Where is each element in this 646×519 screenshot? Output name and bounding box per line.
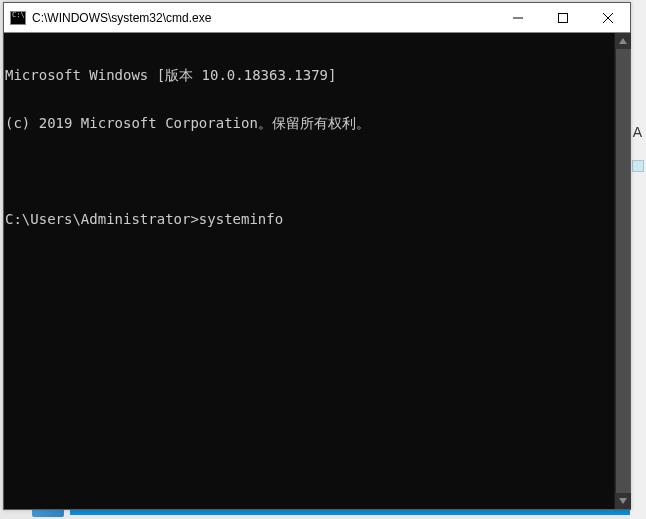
scroll-up-button[interactable] bbox=[615, 33, 631, 49]
chevron-down-icon bbox=[619, 498, 627, 504]
minimize-icon bbox=[513, 13, 523, 23]
terminal-prompt-line: C:\Users\Administrator>systeminfo bbox=[5, 211, 613, 227]
scroll-track[interactable] bbox=[615, 49, 630, 493]
maximize-icon bbox=[558, 13, 568, 23]
chevron-up-icon bbox=[619, 38, 627, 44]
titlebar[interactable]: C:\WINDOWS\system32\cmd.exe bbox=[4, 3, 630, 33]
maximize-button[interactable] bbox=[540, 3, 585, 32]
window-controls bbox=[495, 3, 630, 32]
terminal-area: Microsoft Windows [版本 10.0.18363.1379] (… bbox=[4, 33, 630, 509]
scroll-down-button[interactable] bbox=[615, 493, 631, 509]
cmd-window: C:\WINDOWS\system32\cmd.exe Micro bbox=[3, 2, 631, 510]
vertical-scrollbar[interactable] bbox=[614, 33, 630, 509]
terminal-blank-line bbox=[5, 163, 613, 179]
window-title: C:\WINDOWS\system32\cmd.exe bbox=[32, 11, 495, 25]
background-window-fragment: A bbox=[630, 0, 646, 519]
close-icon bbox=[603, 13, 613, 23]
background-letter: A bbox=[633, 124, 642, 140]
background-small-item bbox=[632, 160, 644, 172]
close-button[interactable] bbox=[585, 3, 630, 32]
cmd-icon bbox=[10, 11, 26, 25]
terminal-content[interactable]: Microsoft Windows [版本 10.0.18363.1379] (… bbox=[4, 33, 614, 509]
svg-rect-1 bbox=[558, 13, 567, 22]
terminal-output-line: (c) 2019 Microsoft Corporation。保留所有权利。 bbox=[5, 115, 613, 131]
minimize-button[interactable] bbox=[495, 3, 540, 32]
terminal-output-line: Microsoft Windows [版本 10.0.18363.1379] bbox=[5, 67, 613, 83]
scroll-thumb[interactable] bbox=[616, 49, 630, 493]
